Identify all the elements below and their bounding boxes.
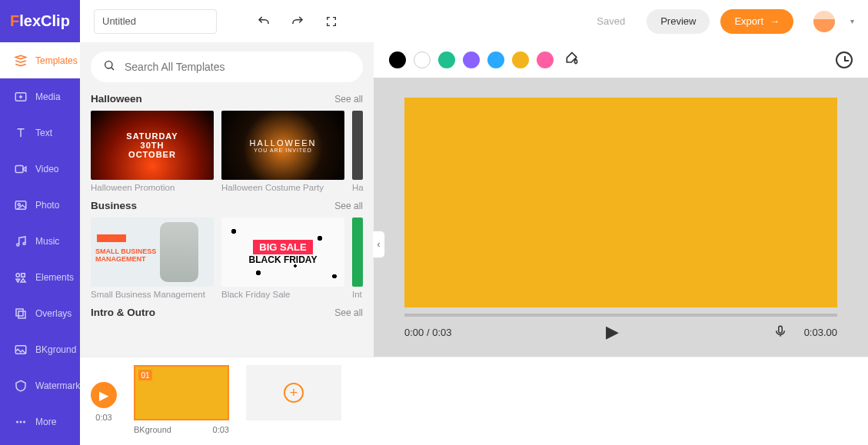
sidebar-item-templates[interactable]: Templates [0, 42, 83, 78]
section-title-intro: Intro & Outro [91, 307, 155, 318]
svg-rect-1 [15, 165, 23, 172]
template-thumb: SMALL BUSINESSMANAGEMENT [91, 218, 214, 287]
sidebar-item-music[interactable]: Music [0, 223, 80, 259]
template-label: Ha [352, 183, 364, 192]
sidebar-item-more[interactable]: More [0, 403, 80, 440]
player-controls: 0:00 / 0:03 ▶ 0:03.00 [404, 317, 837, 347]
sidebar-item-watermark[interactable]: Watermark [0, 367, 80, 403]
left-sidebar: FlexClip Templates Media Text Video Phot… [0, 0, 80, 445]
redo-button[interactable] [286, 10, 309, 33]
color-swatch-blue[interactable] [487, 51, 504, 68]
plus-icon: + [284, 383, 304, 403]
template-card-partial[interactable]: Int [352, 218, 363, 299]
bkground-icon [14, 343, 28, 357]
time-total: 0:03 [432, 327, 451, 338]
record-voice-button[interactable] [773, 324, 787, 340]
see-all-halloween[interactable]: See all [334, 94, 363, 105]
color-picker-button[interactable] [564, 51, 580, 69]
timeline-play-button[interactable]: ▶ [91, 382, 117, 408]
see-all-business[interactable]: See all [334, 201, 363, 211]
text-icon [14, 126, 28, 140]
color-swatch-black[interactable] [389, 51, 406, 68]
clip-thumb: 01 [134, 365, 229, 420]
sidebar-item-bkground[interactable]: BKground [0, 331, 80, 367]
template-label: Int [352, 290, 363, 299]
thumb-figure [160, 222, 198, 282]
time-display: 0:00 / 0:03 [404, 327, 451, 338]
clip-name: BKground [134, 425, 171, 434]
thumb-text: 30TH [141, 141, 165, 150]
template-card[interactable]: SATURDAY 30TH OCTOBER Halloween Promotio… [91, 111, 214, 192]
see-all-intro[interactable]: See all [334, 307, 363, 318]
canvas-area: ‹ [374, 42, 868, 357]
user-menu-caret-icon[interactable]: ▾ [850, 17, 854, 25]
timeline: ▶ 0:03 01 BKground 0:03 + [80, 357, 868, 445]
chevron-left-icon: ‹ [377, 239, 381, 250]
logo-letter: F [10, 12, 19, 30]
panel-collapse-button[interactable]: ‹ [373, 231, 385, 258]
history-button[interactable] [836, 51, 853, 68]
video-canvas[interactable] [404, 98, 837, 307]
thumb-text: BIG SALE [253, 240, 312, 254]
color-swatch-pink[interactable] [537, 51, 554, 68]
color-toolbar [374, 42, 868, 78]
fill-icon [564, 51, 580, 66]
section-title-halloween: Halloween [91, 93, 142, 105]
stage-area: 0:00 / 0:03 ▶ 0:03.00 [374, 78, 868, 357]
svg-point-13 [23, 420, 25, 423]
thumb-text: BLACK FRIDAY [249, 254, 318, 265]
sidebar-item-video[interactable]: Video [0, 151, 80, 187]
search-bar[interactable] [91, 51, 363, 82]
thumb-subtext: YOU ARE INVITED [254, 148, 312, 153]
svg-point-6 [16, 273, 20, 277]
video-icon [14, 162, 28, 176]
template-thumb: BIG SALE BLACK FRIDAY [221, 218, 344, 287]
color-swatch-purple[interactable] [463, 51, 480, 68]
template-card[interactable]: BIG SALE BLACK FRIDAY Black Friday Sale [221, 218, 344, 299]
user-avatar[interactable] [813, 11, 835, 32]
search-input[interactable] [125, 61, 351, 73]
fullscreen-button[interactable] [320, 10, 343, 33]
sidebar-item-label: Video [35, 164, 58, 174]
watermark-icon [14, 379, 28, 393]
more-icon [14, 415, 28, 429]
timeline-clip[interactable]: 01 BKground 0:03 [134, 365, 229, 434]
search-icon [103, 59, 115, 75]
add-scene-button[interactable]: + [246, 365, 341, 420]
color-swatch-yellow[interactable] [512, 51, 529, 68]
template-thumb [352, 111, 363, 180]
color-swatch-green[interactable] [438, 51, 455, 68]
sidebar-item-label: Elements [35, 272, 74, 283]
media-icon [14, 90, 28, 104]
play-button[interactable]: ▶ [606, 322, 619, 342]
photo-icon [14, 198, 28, 212]
sidebar-item-label: Templates [35, 55, 78, 66]
templates-panel: Halloween See all SATURDAY 30TH OCTOBER … [80, 42, 374, 357]
templates-icon [14, 54, 28, 68]
export-button[interactable]: Export → [720, 9, 793, 34]
export-label: Export [734, 15, 763, 27]
svg-rect-8 [16, 309, 23, 316]
template-card-partial[interactable]: Ha [352, 111, 364, 192]
sidebar-item-label: Overlays [35, 308, 72, 319]
project-title-input[interactable] [94, 9, 217, 34]
main-area: Saved Preview Export → ▾ Halloween See a… [80, 0, 868, 445]
mic-icon [773, 324, 787, 338]
logo-rest: lexClip [19, 12, 70, 30]
svg-rect-7 [22, 273, 25, 277]
svg-rect-15 [778, 326, 782, 333]
template-card[interactable]: HALLOWEEN YOU ARE INVITED Halloween Cost… [221, 111, 344, 192]
overlays-icon [14, 307, 28, 320]
sidebar-item-text[interactable]: Text [0, 115, 80, 151]
sidebar-item-media[interactable]: Media [0, 78, 80, 115]
sidebar-item-elements[interactable]: Elements [0, 259, 80, 295]
template-label: Black Friday Sale [221, 290, 344, 299]
sidebar-item-overlays[interactable]: Overlays [0, 295, 80, 331]
sidebar-item-photo[interactable]: Photo [0, 187, 80, 223]
template-card[interactable]: SMALL BUSINESSMANAGEMENT Small Business … [91, 218, 214, 299]
color-swatch-white[interactable] [414, 51, 431, 68]
music-icon [14, 234, 28, 248]
preview-button[interactable]: Preview [647, 9, 710, 34]
svg-point-12 [20, 420, 22, 423]
undo-button[interactable] [252, 10, 275, 33]
